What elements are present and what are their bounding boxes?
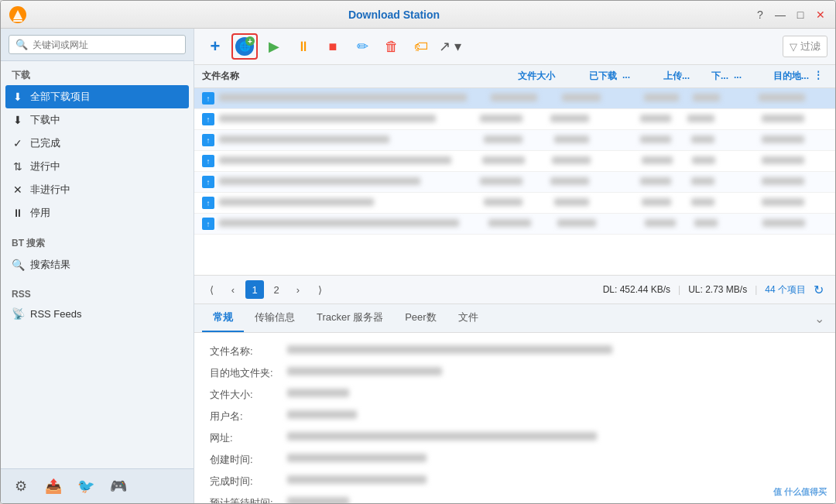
page-2-button[interactable]: 2	[267, 280, 286, 299]
value-username	[287, 410, 820, 423]
edit-button[interactable]: ✏	[349, 33, 375, 60]
sidebar-item-label: 非进行中	[30, 183, 70, 197]
download-all-icon: ⬇	[12, 91, 24, 103]
controller-button[interactable]: 🎮	[106, 474, 131, 499]
delete-button[interactable]: 🗑	[379, 33, 405, 60]
header-more[interactable]: ⋮	[809, 70, 827, 83]
bird-button[interactable]: 🐦	[74, 474, 98, 499]
sidebar-item-label: 停用	[30, 206, 50, 220]
sidebar-item-label: RSS Feeds	[30, 308, 81, 320]
settings-button[interactable]: ⚙	[9, 474, 33, 499]
detail-row-dest: 目的地文件夹:	[210, 362, 820, 384]
header-upload[interactable]: 上传...	[636, 70, 690, 83]
detail-row-completed: 完成时间:	[210, 471, 820, 492]
header-downloaded[interactable]: 已下载	[555, 70, 617, 83]
tab-files[interactable]: 文件	[447, 304, 489, 332]
table-row[interactable]: ↑	[194, 151, 835, 172]
label-filesize: 文件大小:	[210, 388, 287, 402]
app-logo	[9, 5, 27, 24]
window-controls: ? — □ ✕	[753, 8, 827, 22]
row-down	[684, 93, 720, 104]
rss-icon: 📡	[12, 307, 24, 320]
header-dots1[interactable]: ...	[617, 70, 636, 83]
sidebar-item-completed[interactable]: ✓ 已完成	[1, 132, 194, 155]
refresh-button[interactable]: ↻	[809, 280, 827, 299]
table-row[interactable]: ↑	[194, 214, 835, 235]
header-dots2[interactable]: ...	[728, 70, 747, 83]
resume-button[interactable]: ▶	[261, 33, 287, 60]
sidebar: 🔍 下载 ⬇ 全部下载项目 ⬇ 下载中 ✓	[1, 29, 194, 503]
sidebar-item-downloading[interactable]: ⬇ 下载中	[1, 108, 194, 132]
table-row[interactable]: ↑	[194, 130, 835, 151]
page-prev-button[interactable]: ‹	[224, 280, 242, 299]
page-last-button[interactable]: ⟩	[310, 280, 329, 299]
paused-icon: ⏸	[12, 207, 24, 219]
share-button[interactable]: ↗ ▾	[437, 33, 464, 60]
sidebar-item-all[interactable]: ⬇ 全部下载项目	[5, 85, 189, 108]
header-name: 文件名称	[202, 70, 485, 83]
toolbar: + 🌐 + ▶ ⏸ ■ ✏ 🗑 🏷 ↗ ▾	[194, 29, 835, 65]
sidebar-item-search-results[interactable]: 🔍 搜索结果	[1, 253, 194, 276]
content-area: + 🌐 + ▶ ⏸ ■ ✏ 🗑 🏷 ↗ ▾	[194, 29, 835, 503]
page-first-button[interactable]: ⟨	[202, 280, 221, 299]
add-url-button[interactable]: 🌐 +	[231, 33, 258, 60]
pause-button[interactable]: ⏸	[290, 33, 317, 60]
add-button[interactable]: +	[202, 33, 228, 60]
title-bar: Download Station ? — □ ✕	[1, 1, 835, 29]
filter-box[interactable]: ▽ 过滤	[783, 36, 827, 57]
tab-transfer[interactable]: 传输信息	[244, 304, 306, 332]
svg-text:+: +	[248, 37, 252, 46]
detail-row-username: 用户名:	[210, 406, 820, 427]
search-box[interactable]: 🔍	[9, 35, 186, 54]
maximize-button[interactable]: □	[793, 8, 807, 22]
table-row[interactable]: ↑	[194, 193, 835, 214]
label-dest: 目的地文件夹:	[210, 366, 287, 380]
sidebar-item-label: 已完成	[30, 136, 60, 150]
collapse-detail-button[interactable]: ⌄	[811, 308, 827, 329]
header-dest[interactable]: 目的地...	[747, 70, 809, 83]
sidebar-item-paused[interactable]: ⏸ 停用	[1, 201, 194, 225]
label-completed: 完成时间:	[210, 475, 287, 489]
header-size[interactable]: 文件大小	[485, 70, 555, 83]
pagination: ⟨ ‹ 1 2 › ⟩ DL: 452.44 KB/s | UL: 2.73 M…	[194, 275, 835, 303]
detail-row-filename: 文件名称:	[210, 341, 820, 362]
table-row[interactable]: ↑	[194, 109, 835, 130]
value-dest	[287, 366, 820, 380]
close-button[interactable]: ✕	[814, 8, 827, 22]
table-row[interactable]: ↑	[194, 88, 835, 109]
row-name	[219, 156, 451, 166]
sidebar-item-rss-feeds[interactable]: 📡 RSS Feeds	[1, 303, 194, 324]
sidebar-item-label: 全部下载项目	[30, 90, 91, 104]
sync-button[interactable]: 📤	[41, 474, 66, 499]
search-input[interactable]	[33, 39, 179, 50]
filter-label: 过滤	[800, 39, 821, 53]
tab-peers[interactable]: Peer数	[394, 304, 447, 332]
sidebar-section-rss: RSS 📡 RSS Feeds	[1, 281, 194, 329]
table-row[interactable]: ↑	[194, 172, 835, 193]
tab-general[interactable]: 常规	[202, 304, 244, 332]
sidebar-search: 🔍	[1, 29, 194, 61]
sidebar-item-inactive[interactable]: ✕ 非进行中	[1, 178, 194, 201]
label-eta: 预计等待时间:	[210, 496, 287, 503]
help-button[interactable]: ?	[753, 8, 767, 22]
stop-button[interactable]: ■	[320, 33, 346, 60]
minimize-button[interactable]: —	[773, 8, 787, 22]
row-name	[219, 197, 448, 208]
row-dest	[747, 93, 806, 104]
row-upload	[627, 93, 678, 104]
row-name	[219, 93, 467, 104]
tab-tracker[interactable]: Tracker 服务器	[306, 304, 394, 332]
row-status-icon: ↑	[202, 134, 214, 146]
detail-tabs: 常规 传输信息 Tracker 服务器 Peer数 文件 ⌄	[194, 304, 835, 333]
move-button[interactable]: 🏷	[408, 33, 434, 60]
ul-speed: UL: 2.73 MB/s	[688, 284, 747, 295]
row-status-icon: ↑	[202, 176, 214, 188]
page-next-button[interactable]: ›	[289, 280, 307, 299]
header-download[interactable]: 下...	[690, 70, 728, 83]
value-filename	[287, 345, 820, 358]
sidebar-item-active[interactable]: ⇅ 进行中	[1, 155, 194, 178]
value-completed	[287, 475, 820, 489]
downloading-icon: ⬇	[12, 114, 24, 126]
value-eta	[287, 496, 820, 503]
page-1-button[interactable]: 1	[245, 280, 264, 299]
